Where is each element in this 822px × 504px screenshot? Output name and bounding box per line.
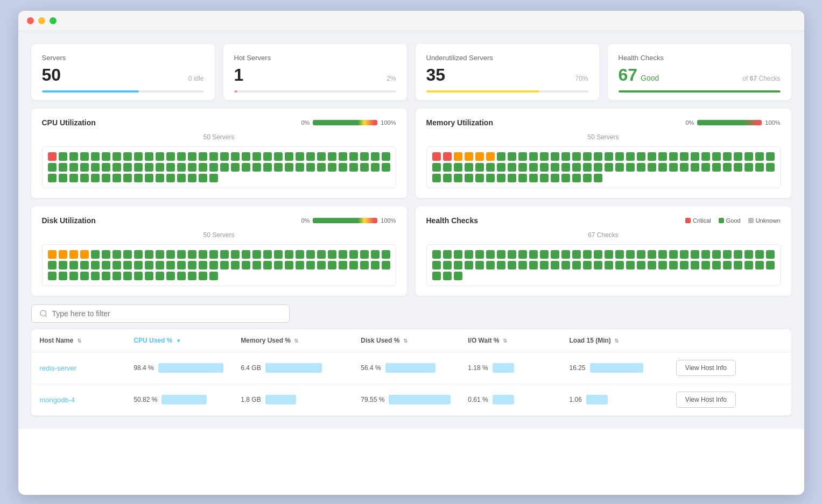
server-dot [145, 250, 153, 259]
server-dot [145, 174, 153, 182]
legend-good: Good [719, 217, 741, 224]
col-load15: Load 15 (Min) ⇅ [560, 329, 667, 352]
server-dot [199, 174, 207, 182]
memory-servers-label: 50 Servers [426, 133, 781, 141]
servers-label: Servers [42, 54, 204, 62]
disk-servers-label: 50 Servers [42, 231, 396, 239]
server-dot [360, 152, 369, 161]
cpu-cell: 50.82 % [125, 384, 232, 416]
close-dot[interactable] [27, 17, 34, 24]
server-dot [443, 272, 452, 280]
server-dot [199, 250, 207, 259]
memory-cell: 6.4 GB [232, 352, 352, 384]
server-dot [69, 152, 78, 161]
server-dot [382, 261, 390, 269]
table-body: redis-server 98.4 % 6.4 GB 56.4 % 1.18 % [31, 352, 791, 416]
table-header: Host Name ⇅ CPU Used % ▼ Memory Used % ⇅ [31, 329, 791, 352]
filter-input[interactable] [52, 309, 282, 318]
disk-bar-wrap: 56.4 % [361, 363, 451, 373]
view-host-info-button[interactable]: View Host Info [676, 392, 736, 408]
content-area: Servers 50 0 idle Hot Servers 1 2% [18, 31, 804, 429]
server-dot [166, 272, 175, 280]
host-cell: mongodb-4 [31, 384, 125, 416]
server-dot [658, 152, 667, 161]
disk-gradient-bar [313, 218, 377, 223]
server-dot [572, 261, 581, 269]
server-dot [583, 250, 592, 259]
filter-row [31, 304, 791, 323]
server-dot [561, 250, 570, 259]
hot-value: 1 [234, 65, 244, 85]
server-dot [766, 261, 775, 269]
legend-critical: Critical [685, 217, 711, 224]
server-dot [231, 261, 240, 269]
server-dot [701, 261, 710, 269]
cpu-sort-icon[interactable]: ▼ [176, 338, 181, 344]
server-dot [328, 163, 336, 172]
server-dot [177, 261, 186, 269]
health-checks-label: 67 Checks [426, 231, 781, 239]
server-dot [691, 250, 699, 259]
server-dot [188, 174, 196, 182]
load15-bar [586, 395, 608, 404]
maximize-dot[interactable] [50, 17, 57, 24]
memory-sort-icon[interactable]: ⇅ [294, 338, 298, 344]
disk-utilization-panel: Disk Utilization 0% 100% 50 Servers [31, 207, 407, 296]
server-dot [48, 261, 57, 269]
server-dot [188, 250, 196, 259]
health-label: Health Checks [619, 54, 781, 62]
server-dot [605, 250, 613, 259]
server-dot [529, 261, 538, 269]
server-dot [658, 163, 667, 172]
server-dot [91, 152, 100, 161]
health-bar [619, 90, 781, 93]
server-dot [166, 261, 175, 269]
server-dot [134, 261, 143, 269]
server-dot [583, 163, 592, 172]
server-dot [508, 250, 516, 259]
server-dot [177, 272, 186, 280]
cpu-bar [161, 395, 206, 404]
server-dot [145, 152, 153, 161]
server-dot [691, 261, 699, 269]
good-label: Good [726, 217, 741, 224]
server-dot [69, 174, 78, 182]
server-dot [454, 152, 462, 161]
host-sort-icon[interactable]: ⇅ [77, 338, 81, 344]
server-dot [518, 163, 527, 172]
disk-panel-header: Disk Utilization 0% 100% [42, 216, 396, 225]
load15-sort-icon[interactable]: ⇅ [614, 338, 619, 344]
disk-sort-icon[interactable]: ⇅ [403, 338, 408, 344]
health-panel-legend: Critical Good Unknown [685, 217, 780, 224]
minimize-dot[interactable] [38, 17, 45, 24]
iowait-sort-icon[interactable]: ⇅ [503, 338, 507, 344]
server-dot [432, 261, 441, 269]
iowait-bar [493, 363, 514, 373]
server-dot [648, 152, 656, 161]
server-dot [723, 163, 732, 172]
server-dot [497, 250, 505, 259]
server-dot [744, 261, 753, 269]
server-dot [177, 163, 186, 172]
memory-gradient-bar [697, 120, 762, 125]
view-host-info-button[interactable]: View Host Info [676, 360, 736, 376]
legend-unknown: Unknown [748, 217, 781, 224]
server-dot [669, 250, 678, 259]
host-link[interactable]: mongodb-4 [40, 396, 75, 404]
server-dot [296, 152, 304, 161]
disk-value: 79.55 % [361, 396, 384, 403]
server-dot [615, 163, 624, 172]
hot-bar-wrap [234, 90, 396, 93]
server-dot [113, 174, 121, 182]
server-dot [91, 163, 100, 172]
server-dot [594, 174, 602, 182]
server-dot [166, 163, 175, 172]
server-dot [220, 163, 229, 172]
search-icon [39, 309, 48, 318]
server-dot [712, 250, 721, 259]
server-dot [166, 174, 175, 182]
server-dot [766, 152, 775, 161]
server-dot [371, 250, 380, 259]
host-link[interactable]: redis-server [40, 364, 77, 372]
server-dot [443, 152, 452, 161]
